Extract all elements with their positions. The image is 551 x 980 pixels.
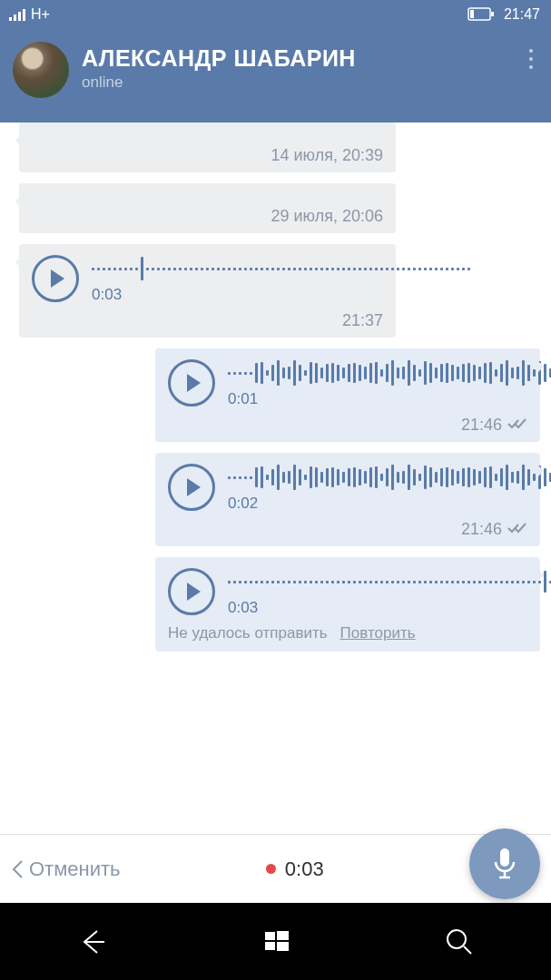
record-bar: Отменить 0:03 <box>0 834 551 903</box>
date-separator: 14 июля, 20:39 <box>19 146 396 172</box>
read-check-icon <box>507 416 527 435</box>
windows-icon[interactable] <box>263 928 290 956</box>
record-elapsed: 0:03 <box>285 858 324 881</box>
waveform[interactable] <box>228 568 551 595</box>
waveform[interactable] <box>228 464 551 491</box>
svg-line-12 <box>464 946 471 954</box>
message-time: 21:46 <box>155 518 540 546</box>
voice-duration: 0:02 <box>228 495 551 513</box>
svg-rect-2 <box>470 10 474 18</box>
waveform[interactable] <box>228 359 551 387</box>
avatar[interactable] <box>13 42 69 98</box>
message-time: 21:46 <box>155 414 540 442</box>
play-button[interactable] <box>32 255 79 302</box>
search-icon[interactable] <box>444 926 475 957</box>
status-bar: H+ 21:47 <box>0 0 551 29</box>
battery-icon <box>467 7 495 22</box>
play-icon <box>187 478 201 496</box>
contact-status: online <box>82 74 511 92</box>
svg-rect-3 <box>500 848 509 867</box>
clock: 21:47 <box>504 6 540 23</box>
svg-rect-9 <box>265 942 275 950</box>
voice-duration: 0:01 <box>228 390 551 408</box>
play-icon <box>187 583 201 601</box>
more-icon[interactable] <box>524 42 538 76</box>
cancel-button[interactable]: Отменить <box>11 858 121 881</box>
voice-duration: 0:03 <box>92 286 470 304</box>
mic-button[interactable] <box>469 828 540 899</box>
svg-rect-8 <box>277 931 289 940</box>
network-label: H+ <box>31 6 50 23</box>
message-bubble[interactable]: 0:0221:46 <box>155 453 540 546</box>
play-button[interactable] <box>168 464 215 511</box>
record-indicator-icon <box>266 864 276 874</box>
chat-header[interactable]: АЛЕКСАНДР ШАБАРИН online <box>0 29 551 122</box>
contact-name: АЛЕКСАНДР ШАБАРИН <box>82 45 511 72</box>
play-icon <box>51 270 64 288</box>
back-icon[interactable] <box>77 926 110 958</box>
chat-scroll[interactable]: 14 июля, 20:3929 июля, 20:060:0321:370:0… <box>0 122 551 835</box>
message-bubble[interactable]: 14 июля, 20:39 <box>19 122 396 172</box>
svg-rect-10 <box>277 942 289 951</box>
date-separator: 29 июля, 20:06 <box>19 207 396 233</box>
play-button[interactable] <box>168 568 215 615</box>
signal-icon <box>9 8 25 21</box>
play-icon <box>187 374 201 392</box>
retry-button[interactable]: Повторить <box>340 624 416 642</box>
cancel-label: Отменить <box>29 858 121 881</box>
nav-bar <box>0 903 551 980</box>
mic-icon <box>491 846 518 882</box>
svg-point-11 <box>448 930 466 948</box>
svg-rect-1 <box>491 12 494 16</box>
message-bubble[interactable]: 0:0321:37 <box>19 244 396 338</box>
message-time: 21:37 <box>19 309 396 338</box>
svg-rect-7 <box>265 932 275 940</box>
send-failed-label: Не удалось отправить <box>168 624 328 642</box>
chevron-left-icon <box>11 859 24 879</box>
message-bubble[interactable]: 29 июля, 20:06 <box>19 183 396 233</box>
play-button[interactable] <box>168 359 215 407</box>
message-bubble[interactable]: 0:0121:46 <box>155 348 540 442</box>
message-bubble[interactable]: 0:03Не удалось отправитьПовторить <box>155 557 540 652</box>
voice-duration: 0:03 <box>228 599 551 617</box>
waveform[interactable] <box>92 255 470 282</box>
read-check-icon <box>507 520 527 539</box>
